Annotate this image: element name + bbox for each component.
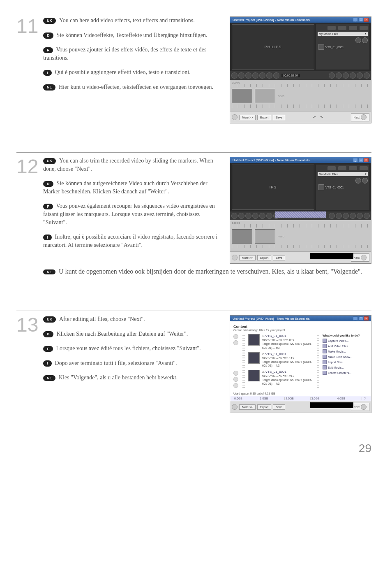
effect-button[interactable] <box>329 72 335 79</box>
media-dropdown[interactable]: My Media Files▾ <box>318 32 368 36</box>
timeline-clip[interactable] <box>232 89 252 103</box>
save-button[interactable]: Save <box>273 115 285 120</box>
help-icon[interactable] <box>232 114 238 120</box>
export-button[interactable]: Export <box>257 255 271 260</box>
next-button[interactable]: Next <box>351 403 369 411</box>
strip-button[interactable] <box>233 371 238 376</box>
tool-button[interactable] <box>238 213 244 219</box>
title-item[interactable]: 2. VTS_01_0001Video Title – 0h 05m 11sTa… <box>248 352 314 368</box>
trim-region[interactable] <box>275 211 326 218</box>
text-uk: After editing all files, choose "Next". <box>59 316 145 322</box>
title-item[interactable]: 1. VTS_01_0001Video Title – 0h 02m 09sTa… <box>248 334 314 350</box>
timeline[interactable]: 0:00:00 nero <box>230 220 371 251</box>
minimize-icon[interactable]: _ <box>353 316 358 320</box>
minimize-icon[interactable]: _ <box>353 18 358 22</box>
action-link[interactable]: Create Chapters... <box>323 371 368 375</box>
help-icon[interactable] <box>232 255 238 260</box>
close-icon[interactable]: × <box>364 316 369 320</box>
strip-button[interactable] <box>233 377 238 382</box>
tool-button[interactable] <box>252 72 258 79</box>
capture-icon <box>323 339 327 343</box>
action-link[interactable]: Add Video Files... <box>323 344 368 348</box>
action-link[interactable]: Import Disc... <box>323 360 368 364</box>
tool-button[interactable] <box>252 213 258 219</box>
timeline-clip-empty[interactable] <box>255 229 275 244</box>
effect-button[interactable] <box>357 72 363 79</box>
media-file-item[interactable]: VTS_01_0001 <box>318 183 368 191</box>
minimize-icon[interactable]: _ <box>353 158 358 162</box>
title-list: 1. VTS_01_0001Video Title – 0h 02m 09sTa… <box>248 334 314 388</box>
video-preview: IPS <box>232 165 314 210</box>
strip-button[interactable] <box>233 340 238 345</box>
effect-button[interactable] <box>343 72 349 79</box>
tool-button[interactable] <box>231 72 238 79</box>
save-button[interactable]: Save <box>273 404 285 410</box>
media-dropdown[interactable]: My Media Files▾ <box>318 172 368 176</box>
tool-button[interactable] <box>259 213 265 219</box>
title-item[interactable]: 3. VTS_01_0001Video Title – 0h 03m 27sTa… <box>248 370 314 386</box>
make-movie-icon <box>323 349 327 353</box>
page-number: 29 <box>16 442 371 455</box>
text-i: Dopo aver terminato tutti i file, selezi… <box>55 360 177 366</box>
next-button[interactable]: Next <box>351 113 369 121</box>
media-browser: My Media Files▾ VTS_01_0001 <box>316 165 369 210</box>
next-button[interactable]: Next <box>351 253 369 262</box>
action-link[interactable]: Capture Video... <box>323 339 368 343</box>
timecode: 00:00:02.04 <box>281 74 300 77</box>
save-button[interactable]: Save <box>273 255 285 260</box>
export-button[interactable]: Export <box>257 404 271 410</box>
effect-button[interactable] <box>357 213 363 219</box>
undo-icon[interactable]: ↶ <box>313 116 316 119</box>
export-button[interactable]: Export <box>257 115 271 120</box>
media-btn[interactable] <box>355 37 361 43</box>
more-button[interactable]: More >> <box>239 255 256 260</box>
effect-button[interactable] <box>329 213 335 219</box>
lang-pill-d: D <box>43 33 53 39</box>
effect-button[interactable] <box>336 72 342 79</box>
timeline-clip-empty[interactable] <box>255 89 275 103</box>
lang-pill-nl: NL <box>43 375 55 381</box>
text-nl: Kies "Volgende", als u alle bestanden he… <box>59 374 178 381</box>
lang-pill-i: I <box>43 70 52 76</box>
tool-button[interactable] <box>238 72 244 79</box>
effect-button[interactable] <box>364 72 370 79</box>
close-icon[interactable]: × <box>364 18 369 22</box>
effect-button[interactable] <box>350 72 356 79</box>
step-12: 12 UKYou can also trim the recorded vide… <box>16 152 371 294</box>
tool-button[interactable] <box>273 72 279 79</box>
strip-button[interactable] <box>233 383 238 388</box>
maximize-icon[interactable]: □ <box>358 316 363 320</box>
maximize-icon[interactable]: □ <box>358 158 363 162</box>
more-button[interactable]: More >> <box>239 115 256 120</box>
timeline-clip[interactable] <box>232 229 252 244</box>
action-link[interactable]: Edit Movie... <box>323 365 368 369</box>
maximize-icon[interactable]: □ <box>358 18 363 22</box>
help-icon[interactable] <box>232 404 238 410</box>
action-link[interactable]: Make Movie... <box>323 349 368 353</box>
media-btn[interactable] <box>362 178 368 183</box>
redo-icon[interactable]: ↷ <box>320 116 323 119</box>
lang-pill-f: F <box>43 204 53 210</box>
effect-button[interactable] <box>336 213 342 219</box>
tool-button[interactable] <box>245 213 251 219</box>
timeline[interactable]: 0:00:00 nero <box>230 80 371 111</box>
media-btn[interactable] <box>362 37 368 43</box>
strip-button[interactable] <box>233 334 238 339</box>
tool-button[interactable] <box>259 72 265 79</box>
window-title: Untitled Project [DVD-Video] - Nero Visi… <box>233 317 310 320</box>
window-titlebar: Untitled Project [DVD-Video] - Nero Visi… <box>230 17 371 23</box>
effect-button[interactable] <box>343 213 349 219</box>
tool-button[interactable] <box>266 213 272 219</box>
tool-button[interactable] <box>231 213 238 219</box>
instructions-column: UKYou can here add video effects, text e… <box>43 16 221 123</box>
action-link[interactable]: Make Slide Show... <box>323 355 368 359</box>
tool-button[interactable] <box>245 72 251 79</box>
tool-button[interactable] <box>266 72 272 79</box>
close-icon[interactable]: × <box>364 158 369 162</box>
more-button[interactable]: More >> <box>239 404 256 410</box>
effect-button[interactable] <box>350 213 356 219</box>
media-btn[interactable] <box>355 178 361 183</box>
step-number: 12 <box>16 157 35 282</box>
effect-button[interactable] <box>364 213 370 219</box>
media-file-item[interactable]: VTS_01_0001 <box>318 43 368 51</box>
